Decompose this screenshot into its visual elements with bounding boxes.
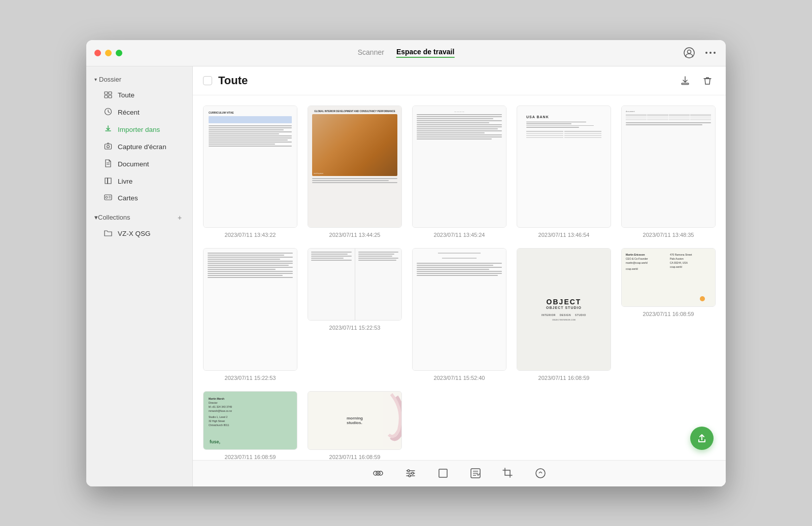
grid-item[interactable]: morning studios. 2023/07/11 16:08:59	[308, 391, 402, 460]
dossier-section[interactable]: ▾ Dossier	[86, 73, 192, 86]
frame-tool-button[interactable]	[435, 465, 451, 481]
thumbnail: Martin Marsh Director M +61 324 343 3749…	[203, 391, 297, 450]
sidebar-collection-vzx[interactable]: VZ-X QSG	[89, 226, 189, 241]
svg-rect-10	[105, 144, 112, 149]
svg-rect-6	[109, 92, 112, 94]
svg-point-4	[714, 52, 716, 54]
svg-point-2	[705, 52, 707, 54]
timestamp: 2023/07/11 13:46:54	[538, 232, 590, 238]
thumbnail: Martin Ericsson CEO & Co-Founder martin@…	[621, 248, 716, 307]
folder-icon	[104, 229, 113, 238]
sidebar-item-document[interactable]: Document	[89, 156, 189, 172]
recent-icon	[104, 108, 113, 117]
select-all-checkbox[interactable]	[203, 76, 212, 85]
svg-point-34	[536, 469, 545, 478]
thumbnail: — — — —	[412, 106, 506, 228]
sidebar-item-label: Cartes	[118, 194, 138, 202]
minimize-button[interactable]	[105, 50, 112, 56]
grid-area: CURRICULUM VITAE	[193, 95, 726, 460]
svg-point-22	[379, 471, 383, 475]
grid-item[interactable]: Martin Marsh Director M +61 324 343 3749…	[203, 391, 297, 460]
thumbnail: OBJECT OBJECT STUDIO INTERIORDESIGNSTUDI…	[517, 248, 611, 371]
fab-share-button[interactable]	[690, 427, 714, 450]
livre-icon	[104, 177, 113, 186]
sidebar-item-capture[interactable]: Capture d'écran	[89, 138, 189, 155]
bottom-toolbar	[193, 460, 726, 486]
svg-rect-19	[682, 83, 689, 85]
timestamp: 2023/07/11 16:08:59	[538, 375, 590, 381]
crop-tool-button[interactable]	[500, 465, 516, 481]
collections-chevron: ▾	[94, 214, 98, 221]
sidebar-item-toute[interactable]: Toute	[89, 87, 189, 103]
timestamp: 2023/07/11 15:52:40	[434, 375, 485, 381]
timestamp: 2023/07/11 13:45:24	[434, 232, 485, 238]
sidebar-item-livre[interactable]: Livre	[89, 173, 189, 190]
sidebar-item-cartes[interactable]: Cartes	[89, 190, 189, 206]
timestamp: 2023/07/11 13:44:25	[329, 232, 381, 238]
capture-icon	[104, 142, 113, 152]
settings-tool-button[interactable]	[402, 465, 419, 481]
thumbnail: morning studios.	[308, 391, 402, 450]
svg-rect-5	[105, 92, 108, 94]
grid-item[interactable]: document	[621, 106, 716, 238]
grid-item[interactable]: — — — —	[412, 106, 506, 238]
tab-scanner[interactable]: Scanner	[358, 48, 384, 57]
thumbnail: CURRICULUM VITAE	[203, 106, 297, 228]
document-icon	[104, 159, 113, 169]
annotate-tool-button[interactable]	[532, 465, 549, 481]
document-grid: CURRICULUM VITAE	[203, 106, 716, 460]
sidebar: ▾ Dossier Toute	[86, 66, 193, 486]
sidebar-item-label: Capture d'écran	[118, 143, 166, 151]
more-options-icon[interactable]	[703, 46, 718, 60]
maximize-button[interactable]	[116, 50, 122, 56]
thumbnail: GLOBAL INTERIOR DEVELOPMENT AND CONSULTA…	[308, 106, 402, 228]
timestamp: 2023/07/11 15:22:53	[225, 375, 276, 381]
svg-point-26	[408, 470, 410, 472]
svg-rect-8	[109, 95, 112, 98]
grid-item[interactable]: GLOBAL INTERIOR DEVELOPMENT AND CONSULTA…	[308, 106, 402, 238]
timestamp: 2023/07/11 16:08:59	[329, 454, 381, 460]
close-button[interactable]	[94, 50, 101, 56]
thumbnail	[203, 248, 297, 371]
tab-workspace[interactable]: Espace de travail	[396, 48, 454, 58]
grid-item[interactable]: 2023/07/11 15:22:53	[203, 248, 297, 381]
merge-tool-button[interactable]	[370, 465, 386, 481]
sidebar-item-importer[interactable]: Importer dans	[89, 121, 189, 138]
sidebar-item-label: Livre	[118, 178, 132, 185]
svg-point-27	[412, 472, 414, 474]
thumbnail: USA BANK	[517, 106, 611, 228]
svg-point-16	[106, 196, 108, 198]
thumbnail	[412, 248, 506, 371]
svg-point-21	[374, 471, 378, 475]
export-button[interactable]	[677, 73, 693, 89]
grid-item[interactable]: USA BANK	[517, 106, 611, 238]
timestamp: 2023/07/11 13:48:35	[643, 232, 694, 238]
svg-point-28	[409, 475, 411, 477]
timestamp: 2023/07/11 16:08:59	[643, 311, 694, 317]
add-collection-button[interactable]: +	[175, 213, 184, 222]
sidebar-item-recent[interactable]: Récent	[89, 104, 189, 121]
ocr-tool-button[interactable]	[467, 465, 484, 481]
sidebar-item-label: Récent	[118, 109, 140, 116]
grid-item[interactable]: 2023/07/11 15:22:53	[308, 248, 402, 381]
page-title: Toute	[218, 74, 248, 87]
grid-item[interactable]: Martin Ericsson CEO & Co-Founder martin@…	[621, 248, 716, 381]
cartes-icon	[104, 194, 113, 202]
delete-button[interactable]	[699, 73, 716, 89]
svg-rect-29	[439, 469, 447, 477]
content-wrapper: Toute	[193, 66, 726, 486]
svg-point-11	[107, 145, 110, 148]
grid-item[interactable]: CURRICULUM VITAE	[203, 106, 297, 238]
account-icon[interactable]	[682, 46, 696, 60]
collection-item-label: VZ-X QSG	[118, 230, 151, 237]
collections-label: Collections	[98, 214, 130, 221]
collections-section[interactable]: ▾ Collections +	[86, 210, 192, 225]
grid-item[interactable]: 2023/07/11 15:52:40	[412, 248, 506, 381]
grid-item[interactable]: OBJECT OBJECT STUDIO INTERIORDESIGNSTUDI…	[517, 248, 611, 381]
sidebar-item-label: Importer dans	[118, 126, 160, 133]
sidebar-item-label: Document	[118, 160, 149, 168]
timestamp: 2023/07/11 13:43:22	[225, 232, 276, 238]
toute-icon	[104, 90, 113, 100]
traffic-lights	[94, 50, 122, 56]
dossier-label: Dossier	[99, 76, 121, 83]
